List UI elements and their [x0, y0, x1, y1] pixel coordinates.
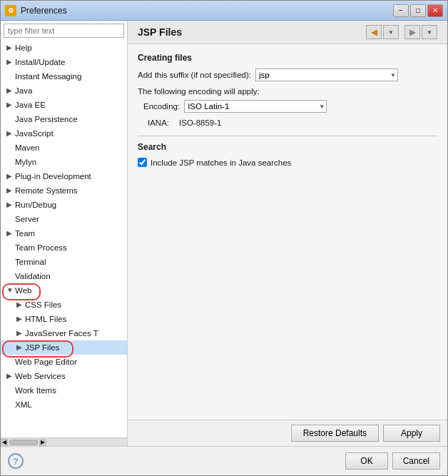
horizontal-scrollbar[interactable]: ◀ ▶ — [1, 437, 127, 446]
creating-files-title: Creating files — [138, 53, 437, 63]
encoding-info-row: The following encoding will apply: — [138, 87, 437, 96]
tree-item-xml[interactable]: ▶ XML — [1, 397, 127, 412]
window-controls: − □ ✕ — [393, 4, 443, 17]
right-content: Creating files Add this suffix (if not s… — [128, 44, 447, 420]
tree-item-instant-messaging[interactable]: ▶ Instant Messaging — [1, 69, 127, 83]
tree-arrow-jee: ▶ — [6, 98, 15, 111]
preferences-window: ⚙ Preferences − □ ✕ ▶ Help ▶ Install/Upd… — [0, 0, 448, 476]
encoding-row: Encoding: ISO Latin-1 UTF-8 UTF-16 US AS… — [138, 100, 437, 113]
back-dropdown-icon: ▼ — [388, 29, 394, 36]
tree-item-validation[interactable]: ▶ Validation — [1, 269, 127, 283]
tree-item-jsf[interactable]: ▶ JavaServer Faces T — [1, 326, 127, 340]
tree-item-work-items[interactable]: ▶ Work Items — [1, 383, 127, 397]
include-jsp-row: Include JSP matches in Java searches — [138, 158, 437, 167]
iana-row: IANA: ISO-8859-1 — [141, 118, 437, 127]
tree-arrow-ws: ▶ — [6, 370, 15, 383]
iana-value: ISO-8859-1 — [179, 118, 221, 127]
tree-item-install-update[interactable]: ▶ Install/Update — [1, 55, 127, 69]
forward-dropdown-icon: ▼ — [427, 29, 432, 36]
encoding-select-wrapper: ISO Latin-1 UTF-8 UTF-16 US ASCII — [184, 100, 327, 113]
dialog-bottom: ? OK Cancel — [1, 446, 447, 475]
back-button[interactable]: ◀ — [366, 25, 382, 39]
tree-item-remote-systems[interactable]: ▶ Remote Systems — [1, 183, 127, 198]
tree-arrow-rundebug: ▶ — [6, 198, 15, 211]
ok-button[interactable]: OK — [345, 452, 387, 470]
tree-arrow-install: ▶ — [6, 56, 15, 69]
tree-item-java-ee[interactable]: ▶ Java EE — [1, 98, 127, 112]
filter-input[interactable] — [4, 24, 124, 38]
tree-item-css-files[interactable]: ▶ CSS Files — [1, 298, 127, 312]
minimize-button[interactable]: − — [393, 4, 409, 17]
tree-arrow-css: ▶ — [16, 298, 25, 311]
tree-arrow-java: ▶ — [6, 84, 15, 97]
tree-item-web[interactable]: ▼ Web — [1, 283, 127, 298]
close-button[interactable]: ✕ — [427, 4, 443, 17]
tree-item-mylyn[interactable]: ▶ Mylyn — [1, 155, 127, 169]
tree-item-maven[interactable]: ▶ Maven — [1, 141, 127, 155]
right-panel: JSP Files ◀ ▼ ▶ ▼ — [128, 21, 447, 446]
panel-title: JSP Files — [138, 26, 182, 38]
search-title: Search — [138, 142, 437, 152]
section-divider — [138, 136, 437, 136]
encoding-label: Encoding: — [143, 102, 180, 111]
tree-arrow-web: ▼ — [6, 284, 15, 297]
tree-item-plugin-dev[interactable]: ▶ Plug-in Development — [1, 169, 127, 183]
tree-arrow-team: ▶ — [6, 227, 15, 240]
forward-dropdown-button[interactable]: ▼ — [422, 25, 437, 39]
tree-item-jsp-files[interactable]: ▶ JSP Files — [1, 340, 127, 355]
encoding-info-label: The following encoding will apply: — [138, 87, 260, 96]
tree-item-web-services[interactable]: ▶ Web Services — [1, 369, 127, 383]
include-jsp-checkbox[interactable] — [138, 158, 147, 167]
tree-arrow-plugin: ▶ — [6, 170, 15, 183]
bottom-bar: Restore Defaults Apply — [128, 420, 447, 446]
nav-buttons: ◀ ▼ ▶ ▼ — [366, 25, 437, 39]
scroll-thumb-h[interactable] — [9, 440, 38, 445]
tree-arrow-html: ▶ — [16, 313, 25, 325]
tree-item-java[interactable]: ▶ Java — [1, 83, 127, 98]
cancel-button[interactable]: Cancel — [392, 452, 440, 470]
tree-item-help[interactable]: ▶ Help — [1, 41, 127, 55]
help-button[interactable]: ? — [8, 453, 24, 469]
title-bar: ⚙ Preferences − □ ✕ — [1, 1, 447, 21]
window-icon: ⚙ — [5, 5, 16, 16]
back-icon: ◀ — [371, 27, 377, 37]
apply-button[interactable]: Apply — [383, 425, 440, 442]
help-icon: ? — [13, 456, 19, 467]
forward-icon: ▶ — [409, 27, 416, 37]
search-section: Search Include JSP matches in Java searc… — [138, 142, 437, 167]
scroll-left-icon[interactable]: ◀ — [1, 439, 8, 446]
content-area: ▶ Help ▶ Install/Update ▶ Instant Messag… — [1, 21, 447, 446]
tree-arrow-remote: ▶ — [6, 184, 15, 197]
encoding-select[interactable]: ISO Latin-1 UTF-8 UTF-16 US ASCII — [184, 100, 327, 113]
suffix-select-wrapper: jsp — [255, 69, 398, 81]
include-jsp-label: Include JSP matches in Java searches — [151, 158, 291, 167]
tree-arrow-jsp: ▶ — [16, 341, 25, 354]
tree-item-team-process[interactable]: ▶ Team Process — [1, 240, 127, 255]
suffix-select[interactable]: jsp — [255, 69, 398, 81]
tree-arrow-js: ▶ — [6, 127, 15, 140]
restore-defaults-button[interactable]: Restore Defaults — [291, 425, 379, 442]
suffix-row: Add this suffix (if not specified): jsp — [138, 69, 437, 81]
tree-item-html-files[interactable]: ▶ HTML Files — [1, 312, 127, 326]
iana-label: IANA: — [148, 118, 169, 127]
tree-item-java-persistence[interactable]: ▶ Java Persistence — [1, 112, 127, 126]
tree-item-terminal[interactable]: ▶ Terminal — [1, 255, 127, 269]
window-title: Preferences — [21, 6, 393, 16]
tree-item-server[interactable]: ▶ Server — [1, 212, 127, 226]
scroll-right-icon[interactable]: ▶ — [39, 439, 46, 446]
back-dropdown-button[interactable]: ▼ — [383, 25, 399, 39]
left-panel: ▶ Help ▶ Install/Update ▶ Instant Messag… — [1, 21, 128, 446]
maximize-button[interactable]: □ — [410, 4, 426, 17]
dialog-action-buttons: OK Cancel — [345, 452, 440, 470]
tree-item-run-debug[interactable]: ▶ Run/Debug — [1, 198, 127, 212]
tree-item-javascript[interactable]: ▶ JavaScript — [1, 126, 127, 141]
tree-item-team[interactable]: ▶ Team — [1, 226, 127, 240]
tree-container: ▶ Help ▶ Install/Update ▶ Instant Messag… — [1, 41, 127, 437]
tree-arrow-help: ▶ — [6, 41, 15, 54]
tree-item-web-page-editor[interactable]: ▶ Web Page Editor — [1, 355, 127, 369]
right-header: JSP Files ◀ ▼ ▶ ▼ — [128, 21, 447, 44]
suffix-label: Add this suffix (if not specified): — [138, 71, 251, 79]
forward-button[interactable]: ▶ — [404, 25, 420, 39]
tree-arrow-jsf: ▶ — [16, 327, 25, 340]
